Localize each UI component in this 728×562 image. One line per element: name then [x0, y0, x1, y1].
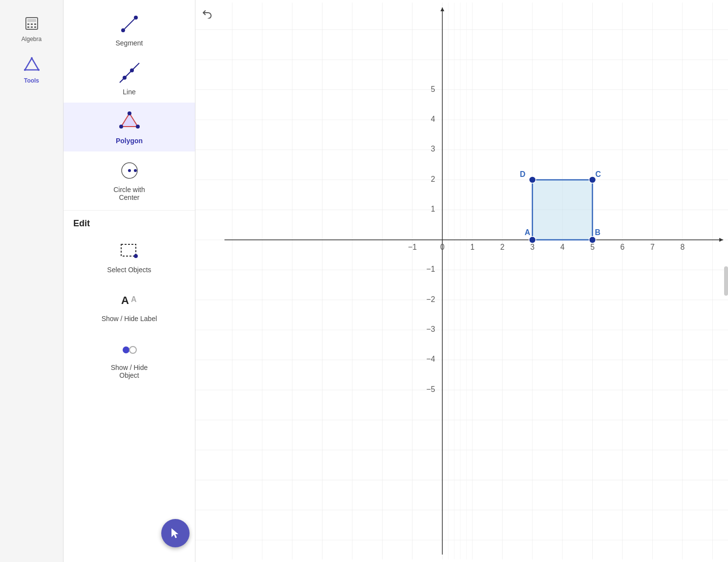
svg-text:C: C — [595, 170, 601, 178]
tool-show-hide-object[interactable]: Show / HideObject — [64, 329, 195, 386]
svg-rect-4 — [34, 23, 36, 25]
scrollbar-thumb[interactable] — [724, 266, 728, 296]
svg-point-9 — [31, 57, 33, 59]
select-icon — [117, 238, 142, 263]
circle-label: Circle withCenter — [113, 186, 145, 201]
svg-point-24 — [134, 169, 137, 172]
svg-text:3: 3 — [431, 145, 435, 153]
svg-rect-7 — [34, 26, 36, 28]
svg-point-100 — [589, 176, 596, 183]
svg-text:7: 7 — [650, 243, 655, 251]
select-label: Select Objects — [107, 266, 151, 274]
svg-point-13 — [134, 16, 138, 20]
svg-point-11 — [38, 69, 40, 71]
sidebar-algebra-label: Algebra — [21, 36, 42, 43]
svg-text:−1: −1 — [408, 243, 417, 251]
svg-point-29 — [123, 346, 129, 353]
segment-label: Segment — [115, 39, 143, 47]
sidebar: Algebra Tools — [0, 0, 64, 562]
sidebar-item-tools[interactable]: Tools — [0, 51, 63, 88]
tool-show-hide-label[interactable]: A A Show / Hide Label — [64, 281, 195, 329]
svg-rect-25 — [121, 244, 136, 256]
tool-segment[interactable]: Segment — [64, 5, 195, 54]
svg-text:A: A — [131, 295, 137, 303]
svg-marker-8 — [25, 58, 39, 70]
tools-icon — [22, 55, 42, 75]
show-hide-object-text: Show / HideObject — [111, 364, 148, 379]
svg-point-20 — [136, 125, 140, 129]
graph-area[interactable]: 5 4 3 2 1 −1 −2 −3 −4 −5 −1 0 1 2 3 4 5 … — [195, 0, 728, 562]
svg-text:−3: −3 — [426, 325, 435, 333]
edit-header: Edit — [64, 214, 195, 231]
svg-marker-95 — [533, 180, 593, 240]
calculator-icon — [22, 14, 42, 33]
svg-line-14 — [125, 19, 134, 29]
undo-button[interactable] — [199, 4, 217, 22]
svg-point-102 — [529, 176, 536, 183]
svg-point-98 — [589, 237, 596, 243]
svg-text:4: 4 — [431, 115, 435, 123]
svg-text:A: A — [525, 228, 531, 237]
svg-text:0: 0 — [440, 243, 445, 251]
svg-text:8: 8 — [680, 243, 685, 251]
svg-text:5: 5 — [590, 243, 595, 251]
svg-point-23 — [128, 169, 131, 172]
sidebar-tools-label: Tools — [24, 77, 39, 84]
circle-icon — [117, 158, 142, 183]
svg-rect-31 — [195, 2, 728, 560]
svg-text:5: 5 — [431, 85, 435, 93]
polygon-icon — [117, 109, 142, 134]
svg-text:B: B — [595, 228, 600, 237]
svg-point-26 — [134, 254, 138, 258]
svg-text:D: D — [520, 170, 525, 178]
segment-icon — [117, 12, 142, 36]
sidebar-item-algebra[interactable]: Algebra — [0, 10, 63, 46]
svg-line-17 — [120, 63, 139, 83]
svg-marker-104 — [171, 528, 178, 538]
svg-text:−1: −1 — [426, 265, 435, 273]
svg-point-12 — [121, 28, 125, 32]
svg-point-21 — [119, 125, 123, 129]
svg-text:6: 6 — [621, 243, 625, 251]
tool-polygon[interactable]: Polygon — [64, 103, 195, 151]
svg-point-19 — [128, 111, 131, 115]
tool-circle[interactable]: Circle withCenter — [64, 151, 195, 208]
polygon-label: Polygon — [116, 137, 143, 145]
svg-text:4: 4 — [560, 243, 565, 251]
svg-point-30 — [129, 346, 136, 353]
cursor-button[interactable] — [161, 519, 190, 547]
svg-text:2: 2 — [431, 175, 435, 183]
svg-text:2: 2 — [500, 243, 505, 251]
tools-panel: Segment Line Polygon — [64, 0, 195, 562]
svg-marker-18 — [121, 113, 138, 127]
svg-text:−4: −4 — [426, 355, 435, 363]
svg-text:−5: −5 — [426, 385, 435, 393]
graph-svg: 5 4 3 2 1 −1 −2 −3 −4 −5 −1 0 1 2 3 4 5 … — [195, 0, 728, 562]
svg-text:A: A — [121, 294, 129, 306]
show-hide-label-text: Show / Hide Label — [102, 315, 157, 323]
svg-rect-5 — [27, 26, 29, 28]
svg-point-10 — [24, 69, 26, 71]
svg-text:−2: −2 — [426, 295, 435, 303]
show-hide-object-icon — [117, 336, 142, 361]
svg-text:1: 1 — [470, 243, 474, 251]
svg-point-96 — [529, 237, 536, 243]
svg-rect-6 — [31, 26, 33, 28]
svg-text:1: 1 — [431, 205, 435, 213]
show-hide-label-icon: A A — [117, 287, 142, 312]
svg-rect-3 — [31, 23, 33, 25]
svg-rect-2 — [27, 23, 29, 25]
line-label: Line — [123, 88, 135, 96]
line-icon — [117, 61, 142, 85]
svg-rect-1 — [27, 19, 36, 22]
tool-line[interactable]: Line — [64, 54, 195, 103]
tool-select[interactable]: Select Objects — [64, 232, 195, 281]
svg-text:3: 3 — [530, 243, 535, 251]
